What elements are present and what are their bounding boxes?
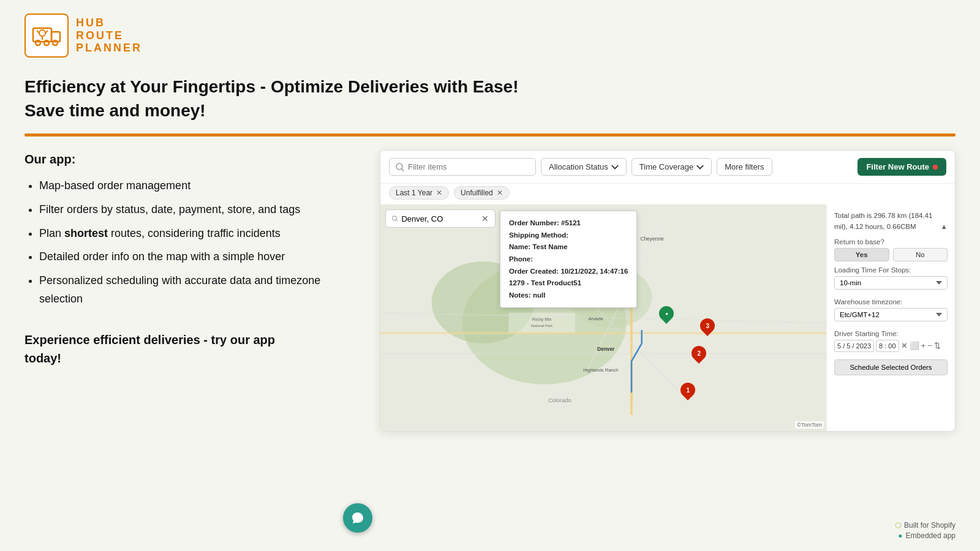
svg-point-5 [39,30,45,36]
list-item: Map-based order management [39,176,355,195]
denver-search-input[interactable] [401,214,478,223]
warehouse-timezone-select[interactable]: Etc/GMT+12 [834,308,948,321]
search-small-icon [392,215,398,222]
embedded-row: ● Embedded app [895,531,956,540]
filter-input[interactable] [408,162,529,171]
left-panel: Our app: Map-based order management Filt… [24,150,355,367]
phone-label: Phone: [509,255,533,263]
order-created-row: Order Created: 10/21/2022, 14:47:16 [509,266,628,278]
driver-date[interactable]: 5 / 5 / 2023 [834,340,874,352]
return-base-label: Return to base? [834,238,948,246]
schedule-button[interactable]: Schedule Selected Orders [834,359,948,375]
notes-label: Notes: [509,291,531,299]
yes-button[interactable]: Yes [834,248,889,261]
plus-icon[interactable]: + [921,341,926,350]
svg-line-7 [37,31,39,33]
route-status-dot [933,165,938,170]
expand-icon[interactable]: ▲ [941,222,948,232]
order-number-value: #5121 [561,219,581,227]
marker-label-2: 2 [697,350,701,357]
chevron-down-icon [611,163,619,171]
logo-icon [31,20,62,51]
main-content: Our app: Map-based order management Filt… [0,150,980,432]
order-popup: Order Number: #5121 Shipping Method: Nam… [500,211,637,308]
no-button[interactable]: No [893,248,948,261]
logo-box [24,13,69,58]
svg-text:Denver: Denver [597,347,615,353]
logo-line-1: HUB [76,17,142,29]
tag-remove-icon[interactable]: ✕ [436,189,442,197]
driver-starting-label: Driver Starting Time: [834,330,948,337]
list-item: Filter orders by status, date, payment, … [39,200,355,219]
allocation-status-button[interactable]: Allocation Status [541,158,627,176]
tag-remove-icon[interactable]: ✕ [497,189,503,197]
driver-time[interactable]: 8 : 00 [876,340,899,352]
svg-point-3 [53,40,58,45]
toolbar: Allocation Status Time Coverage More fil… [380,151,955,184]
tag-label: Last 1 Year [396,189,432,197]
driver-time-row: 5 / 5 / 2023 8 : 00 ✕ ⬜ + − ⇅ [834,340,948,352]
svg-text:Rocky Mtn: Rocky Mtn [532,317,552,322]
tags-row: Last 1 Year ✕ Unfulfilled ✕ [380,184,955,204]
name-row: Name: Test Name [509,241,628,253]
search-box[interactable] [389,158,536,176]
svg-point-2 [36,40,40,45]
loading-time-select[interactable]: 10-min [834,276,948,290]
svg-line-8 [45,31,48,33]
warehouse-timezone-label: Warehouse timezone: [834,298,948,305]
built-label: Built for Shopify [904,521,956,530]
logo-area: HUB ROUTE PLANNER [0,0,980,64]
denver-search-clear[interactable]: ✕ [481,214,489,223]
path-info: Total path is 296.78 km (184.41 mil), 4.… [834,211,948,232]
cta-text: Experience efficient deliveries - try ou… [24,331,355,367]
order-number-row: Order Number: #5121 [509,217,628,230]
schedule-btn-label: Schedule Selected Orders [850,364,932,371]
headline-line1: Efficiency at Your Fingertips - Optimize… [24,77,519,96]
logo-text: HUB ROUTE PLANNER [76,17,142,54]
product-row: 1279 - Test Product51 [509,277,628,290]
time-coverage-button[interactable]: Time Coverage [631,158,712,176]
chat-icon [350,511,365,525]
order-created-label: Order Created: [509,268,559,275]
tag-label: Unfulfilled [461,189,493,197]
right-sidebar: Total path is 296.78 km (184.41 mil), 4.… [826,204,955,431]
footer-area: ⬡ Built for Shopify ● Embedded app [895,521,956,540]
chevron-down-icon [696,163,704,171]
shipping-row: Shipping Method: [509,230,628,242]
more-filters-button[interactable]: More filters [717,158,772,176]
list-item: Personalized scheduling with accurate da… [39,271,355,309]
loading-time-label: Loading Time For Stops: [834,266,948,274]
map-background[interactable]: Rocky Mtn National Park Cheyenne [380,204,826,431]
svg-text:Cheyenne: Cheyenne [640,236,663,242]
denver-search-box[interactable]: ✕ [385,209,496,228]
tag-unfulfilled: Unfulfilled ✕ [454,186,510,200]
cta-line2: today! [24,351,61,365]
tag-last-1-year: Last 1 Year ✕ [389,186,449,200]
tomtom-watermark: ©TomTom [795,421,824,429]
built-row: ⬡ Built for Shopify [895,521,956,530]
name-label: Name: [509,243,530,250]
filter-new-route-button[interactable]: Filter New Route [858,158,946,176]
orange-divider [24,133,956,137]
phone-row: Phone: [509,253,628,266]
headline-line2: Save time and money! [24,101,206,120]
features-title: Our app: [24,152,355,167]
minus-icon[interactable]: − [927,341,932,350]
logo-line-3: PLANNER [76,42,142,54]
adjust-icon[interactable]: ⇅ [934,341,941,350]
map-area: Rocky Mtn National Park Cheyenne [380,204,955,431]
filter-new-route-label: Filter New Route [866,162,929,171]
chat-bubble[interactable] [343,503,372,533]
allocation-status-label: Allocation Status [549,162,608,171]
embedded-icon: ● [898,531,902,540]
order-number-label: Order Number: [509,219,559,227]
svg-text:National Park: National Park [531,324,552,328]
svg-text:Highlands Ranch: Highlands Ranch [583,367,618,373]
clear-time-icon[interactable]: ✕ [901,341,908,350]
calendar-icon[interactable]: ⬜ [910,341,919,350]
notes-row: Notes: null [509,290,628,302]
shopify-icon: ⬡ [895,521,901,530]
svg-line-24 [396,220,398,221]
svg-line-10 [402,169,404,171]
time-coverage-label: Time Coverage [639,162,693,171]
